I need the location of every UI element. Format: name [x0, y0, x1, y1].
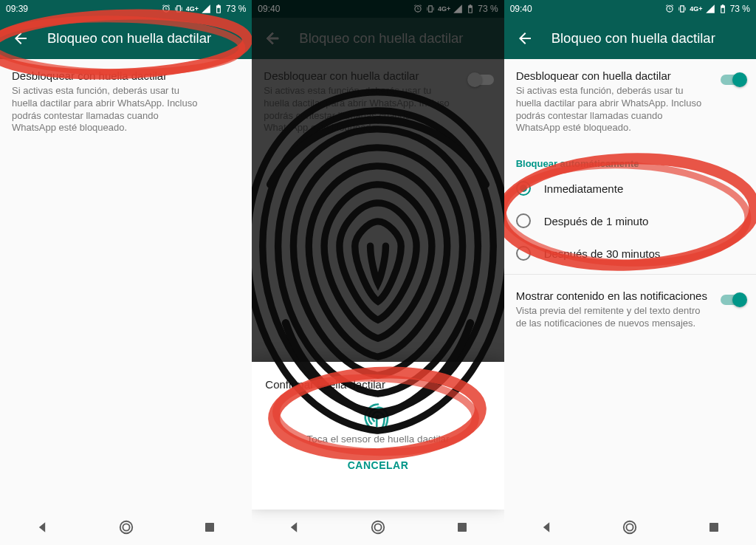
- nav-home-button[interactable]: [109, 510, 144, 545]
- fingerprint-dialog: Confirmar huella dactilar Toca el sensor…: [252, 362, 504, 510]
- notify-title: Mostrar contenido en las notificaciones: [516, 289, 744, 304]
- svg-point-1: [123, 524, 129, 530]
- notify-setting-row[interactable]: Mostrar contenido en las notificaciones …: [504, 279, 756, 340]
- network-label: 4G+: [186, 5, 199, 13]
- status-right: 4G+ 73 %: [161, 4, 247, 14]
- divider: [504, 274, 756, 275]
- vibrate-icon: [677, 4, 687, 14]
- screen-2: 09:40 4G+ 73 % Bloqueo con huella dactil…: [252, 0, 504, 545]
- nav-recents-button[interactable]: [444, 510, 480, 545]
- back-icon[interactable]: [12, 30, 30, 47]
- unlock-title: Desbloquear con huella dactilar: [12, 69, 240, 83]
- radio-label: Inmediatamente: [544, 182, 624, 195]
- signal-icon: [201, 4, 211, 14]
- svg-rect-12: [709, 523, 718, 532]
- nav-back-button[interactable]: [529, 510, 564, 545]
- status-bar: 09:40 4G+ 73 %: [504, 0, 756, 18]
- scrim-overlay: [252, 0, 504, 362]
- battery-percent: 73 %: [730, 4, 750, 14]
- unlock-toggle[interactable]: [721, 72, 746, 87]
- nav-recents-button[interactable]: [192, 510, 227, 545]
- page-title: Bloqueo con huella dactilar: [551, 30, 715, 47]
- svg-point-5: [372, 521, 385, 534]
- nav-home-button[interactable]: [360, 510, 396, 545]
- nav-bar: [252, 510, 504, 545]
- notify-toggle[interactable]: [721, 292, 746, 307]
- signal-icon: [705, 4, 715, 14]
- radio-label: Después de 1 minuto: [544, 215, 649, 227]
- screen-1: 09:39 4G+ 73 % Bloqueo con huella dactil…: [0, 0, 252, 545]
- status-time: 09:39: [6, 4, 28, 14]
- battery-icon: [718, 4, 728, 14]
- unlock-setting-row[interactable]: Desbloquear con huella dactilar Si activ…: [504, 59, 756, 145]
- svg-rect-2: [205, 523, 214, 532]
- autolock-option-immediately[interactable]: Inmediatamente: [504, 172, 756, 205]
- network-label: 4G+: [690, 5, 702, 13]
- svg-point-6: [374, 524, 381, 530]
- battery-percent: 73 %: [226, 4, 246, 14]
- radio-icon: [516, 213, 531, 228]
- cancel-button[interactable]: CANCELAR: [265, 445, 490, 476]
- nav-back-button[interactable]: [24, 510, 60, 545]
- screen-3: 09:40 4G+ 73 % Bloqueo con huella dactil…: [504, 0, 756, 545]
- unlock-title: Desbloquear con huella dactilar: [516, 69, 744, 83]
- unlock-desc: Si activas esta función, deberás usar tu…: [12, 85, 240, 135]
- alarm-icon: [161, 4, 171, 14]
- dialog-hint: Toca el sensor de huella dactilar: [265, 433, 490, 445]
- vibrate-icon: [173, 4, 184, 14]
- radio-icon: [516, 246, 531, 261]
- nav-bar: [0, 510, 252, 545]
- unlock-desc: Si activas esta función, deberás usar tu…: [516, 85, 744, 135]
- svg-point-0: [120, 521, 132, 534]
- svg-point-10: [624, 521, 636, 534]
- radio-label: Después de 30 minutos: [544, 247, 661, 260]
- nav-bar: [504, 510, 756, 545]
- alarm-icon: [664, 4, 675, 14]
- fingerprint-icon: [362, 402, 394, 433]
- autolock-option-30min[interactable]: Después de 30 minutos: [504, 237, 756, 270]
- notify-desc: Vista previa del remitente y del texto d…: [516, 305, 744, 330]
- status-right: 4G+ 73 %: [664, 4, 750, 14]
- autolock-option-1min[interactable]: Después de 1 minuto: [504, 205, 756, 237]
- svg-point-11: [627, 524, 633, 530]
- status-time: 09:40: [510, 4, 532, 14]
- app-bar: Bloqueo con huella dactilar: [0, 18, 252, 59]
- dialog-title: Confirmar huella dactilar: [265, 378, 490, 391]
- page-title: Bloqueo con huella dactilar: [47, 30, 211, 47]
- unlock-setting-row[interactable]: Desbloquear con huella dactilar Si activ…: [0, 59, 252, 145]
- nav-recents-button[interactable]: [696, 510, 732, 545]
- radio-icon: [516, 181, 531, 196]
- nav-back-button[interactable]: [276, 510, 312, 545]
- nav-home-button[interactable]: [612, 510, 647, 545]
- status-bar: 09:39 4G+ 73 %: [0, 0, 252, 18]
- autolock-section-header: Bloquear automáticamente: [504, 145, 756, 172]
- app-bar: Bloqueo con huella dactilar: [504, 18, 756, 59]
- battery-icon: [213, 4, 224, 14]
- content-area: Desbloquear con huella dactilar Si activ…: [0, 59, 252, 510]
- back-icon[interactable]: [516, 30, 534, 47]
- svg-rect-7: [458, 523, 467, 532]
- content-area: Desbloquear con huella dactilar Si activ…: [504, 59, 756, 510]
